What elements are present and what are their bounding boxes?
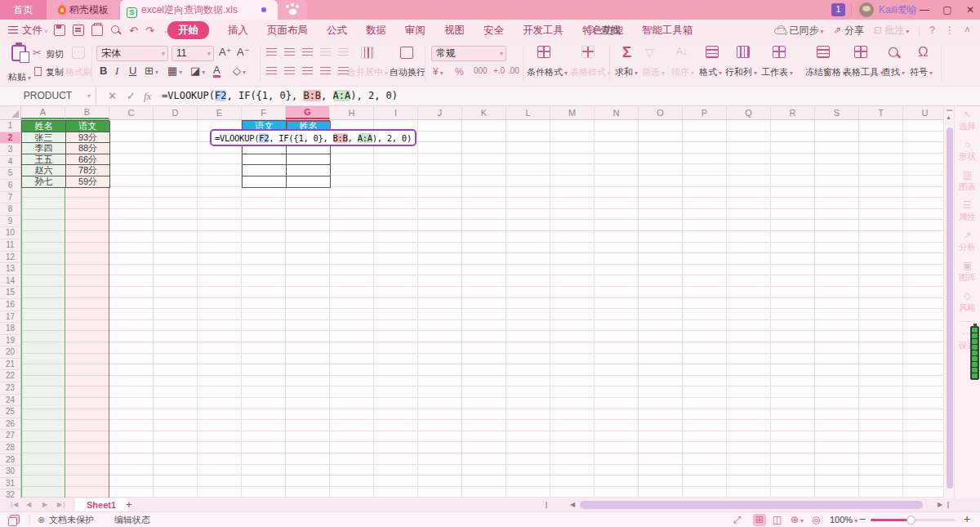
fill-color-icon[interactable]: ◪▾ (190, 65, 205, 77)
docer-template-tab[interactable]: 稻壳模板 (47, 0, 120, 20)
row-header-5[interactable]: 5 (0, 167, 20, 180)
header-cell[interactable]: 语文 (66, 121, 110, 132)
page-break-view-icon[interactable]: ◫ (773, 512, 782, 527)
sidebar-item-6[interactable]: ◇风格 (955, 288, 980, 318)
row-header-31[interactable]: 31 (0, 478, 20, 490)
add-sheet-button[interactable]: + (121, 498, 137, 511)
zoom-slider-knob[interactable] (906, 516, 915, 525)
table-tools-icon[interactable] (854, 46, 867, 58)
cell-formula-editor[interactable]: =VLOOKUP(F2, IF({1, 0}, B:B, A:A), 2, 0) (210, 129, 416, 146)
sidebar-item-2[interactable]: ▥图表 (955, 167, 980, 197)
wrap-text-icon[interactable] (400, 47, 413, 59)
column-header-G[interactable]: G (286, 106, 330, 119)
increase-decimal-icon[interactable]: +.0 (493, 66, 505, 75)
menu-search[interactable]: 查找 (586, 20, 621, 41)
column-header-O[interactable]: O (639, 106, 683, 119)
comment-button[interactable]: ⊡ 批注▾ (874, 24, 909, 38)
freeze-panes-icon[interactable] (817, 46, 830, 58)
percent-icon[interactable]: % (455, 66, 464, 78)
zoom-in-button[interactable]: + (964, 512, 970, 526)
column-header-T[interactable]: T (859, 106, 903, 119)
document-tab[interactable]: Sexcel逆向查询数据.xls (120, 0, 278, 20)
copy-icon[interactable] (34, 67, 42, 76)
menu-tab-3[interactable]: 公式 (327, 24, 347, 38)
horizontal-scroll-thumb[interactable] (580, 501, 923, 509)
filter-button[interactable]: 筛选▾ (642, 66, 665, 78)
column-header-H[interactable]: H (330, 106, 374, 119)
table-style-icon[interactable] (581, 46, 595, 58)
table-style-button[interactable]: 表格样式▾ (570, 66, 611, 78)
font-color-icon[interactable]: A (213, 65, 220, 78)
column-header-I[interactable]: I (374, 106, 418, 119)
column-header-A[interactable]: A (21, 106, 65, 119)
format-painter-icon[interactable] (72, 47, 85, 59)
redo-icon[interactable]: ↷ (145, 25, 154, 37)
align-left-icon[interactable] (266, 67, 277, 75)
column-header-K[interactable]: K (462, 106, 506, 119)
column-header-N[interactable]: N (595, 106, 639, 119)
menu-tab-10[interactable]: 智能工具箱 (642, 24, 693, 38)
paste-icon[interactable] (11, 45, 26, 61)
first-sheet-icon[interactable]: ∣◀ (10, 498, 18, 511)
column-header-Q[interactable]: Q (727, 106, 771, 119)
rows-cols-button[interactable]: 行和列▾ (725, 66, 757, 78)
sidebar-item-3[interactable]: ☰属性 (955, 197, 980, 227)
row-header-18[interactable]: 18 (0, 323, 20, 335)
row-header-22[interactable]: 22 (0, 370, 20, 382)
conditional-format-button[interactable]: 条件格式▾ (527, 66, 568, 78)
file-menu-button[interactable]: 文件˅ (8, 20, 48, 41)
column-header-U[interactable]: U (903, 106, 943, 119)
sync-status[interactable]: 已同步▾ (774, 24, 823, 38)
split-handle[interactable] (947, 109, 952, 111)
row-header-20[interactable]: 20 (0, 346, 20, 359)
align-center-icon[interactable] (284, 67, 295, 75)
sidebar-item-4[interactable]: ↗分析 (955, 227, 980, 257)
column-header-E[interactable]: E (198, 106, 242, 119)
scroll-left-icon[interactable]: ◀ (570, 498, 575, 511)
worksheet-button[interactable]: 工作表▾ (761, 66, 793, 78)
row-header-25[interactable]: 25 (0, 406, 20, 418)
column-header-B[interactable]: B (65, 106, 109, 119)
clear-format-icon[interactable]: ◇▾ (233, 65, 246, 77)
row-header-3[interactable]: 3 (0, 144, 20, 156)
share-button[interactable]: ⇗ 分享 (834, 24, 864, 38)
close-button[interactable]: ✕ (960, 0, 980, 20)
align-top-icon[interactable] (266, 48, 277, 56)
bold-button[interactable]: B (100, 65, 107, 77)
symbol-icon[interactable]: Ω (918, 44, 929, 60)
cell-style-icon[interactable]: ▦▾ (167, 65, 182, 77)
menu-tab-1[interactable]: 插入 (228, 24, 248, 38)
undo-icon[interactable]: ↶ (129, 25, 138, 37)
column-header-D[interactable]: D (154, 106, 198, 119)
data-cell[interactable]: 张三 (22, 132, 66, 144)
page-layout-view-icon[interactable]: ⊕▾ (791, 512, 804, 527)
data-cell[interactable]: 66分 (66, 154, 110, 166)
row-header-1[interactable]: 1 (0, 120, 20, 132)
scroll-up-icon[interactable]: ▲ (946, 114, 951, 120)
minimize-button[interactable]: — (915, 0, 934, 20)
more-options-icon[interactable]: ⋮ (945, 25, 955, 36)
column-header-J[interactable]: J (418, 106, 462, 119)
italic-button[interactable]: I (115, 65, 118, 78)
row-header-6[interactable]: 6 (0, 180, 20, 192)
increase-font-icon[interactable]: A⁺ (219, 46, 232, 58)
row-header-16[interactable]: 16 (0, 299, 20, 311)
row-header-11[interactable]: 11 (0, 239, 20, 252)
column-header-P[interactable]: P (683, 106, 727, 119)
data-cell[interactable]: 王五 (22, 154, 66, 166)
symbol-button[interactable]: 符号▾ (910, 66, 933, 78)
reading-view-icon[interactable]: ◎ (812, 512, 820, 527)
column-header-C[interactable]: C (109, 106, 154, 119)
vertical-scrollbar[interactable]: ▲ (943, 106, 954, 498)
menu-tab-7[interactable]: 安全 (483, 24, 504, 38)
prev-sheet-icon[interactable]: ◀ (26, 498, 31, 511)
sort-icon[interactable]: A↓ (676, 46, 688, 57)
avatar[interactable] (859, 2, 874, 17)
worksheet-icon[interactable] (773, 46, 786, 58)
column-header-F[interactable]: F (242, 106, 286, 119)
zoom-out-button[interactable]: − (859, 512, 866, 526)
data-cell[interactable]: 78分 (66, 165, 110, 176)
scroll-right-icon[interactable]: ▶ (938, 498, 942, 511)
print-preview-icon[interactable] (110, 25, 122, 36)
save-icon[interactable] (54, 25, 65, 36)
